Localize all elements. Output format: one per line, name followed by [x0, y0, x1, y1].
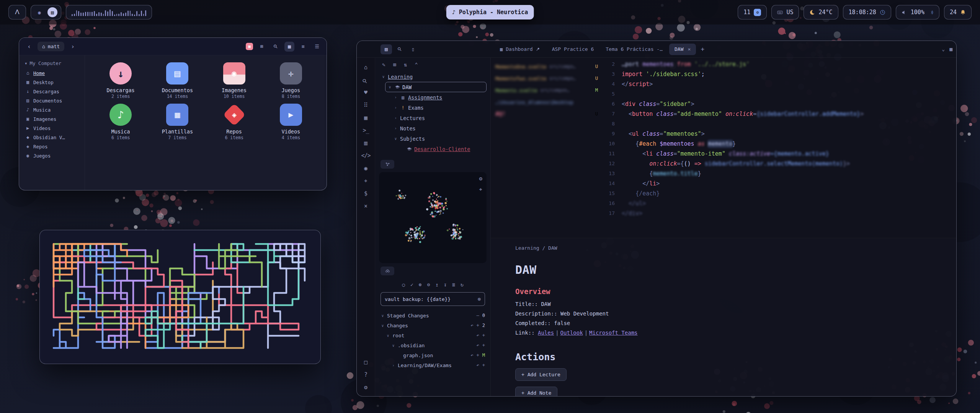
search-icon[interactable]: ⚲ — [361, 75, 371, 85]
sidebar-item-desktop[interactable]: ▦Desktop — [22, 78, 82, 87]
git-row-graph-json[interactable]: graph.json↶+M — [381, 350, 485, 360]
workspace-2-button[interactable]: ▤ — [47, 7, 57, 17]
discard-icon[interactable]: ↶ — [477, 333, 479, 338]
sidebar-header[interactable]: ▾ My Computer — [22, 59, 82, 68]
sidebar-item-juegos[interactable]: ◉Juegos — [22, 151, 82, 160]
check-icon[interactable]: ✓ — [410, 282, 413, 288]
breadcrumb[interactable]: ⌂ matt — [38, 42, 64, 51]
target-icon[interactable]: ⌖ — [362, 177, 370, 184]
layout-toggle-icon[interactable]: ▦ — [949, 46, 952, 52]
git-row-staged-changes[interactable]: ∨Staged Changes—0 — [381, 311, 485, 320]
link-microsoft-teams[interactable]: Microsoft Teams — [589, 330, 637, 336]
obsidian-titlebar[interactable]: ▤⚲▯ ▦DashboardASP Practice 6Tema 6 Práct… — [357, 41, 956, 58]
discard-icon[interactable]: ↶ — [477, 363, 479, 368]
tree-item-exams[interactable]: ›!Exams — [391, 102, 487, 113]
graph-view[interactable]: ⚙ ⌖ — [379, 172, 487, 263]
back-button[interactable]: ‹ — [24, 41, 34, 52]
tree-item-assignments[interactable]: ›▥Assignments — [391, 92, 487, 102]
file-manager-titlebar[interactable]: ‹ ⌂ matt › ▣ ⊞ ⚲ ▦ ≡ ☰ — [19, 38, 327, 55]
discard-icon[interactable]: ↶ — [477, 343, 479, 348]
sort-icon[interactable]: ⇅ — [404, 62, 407, 68]
keyboard-layout-module[interactable]: US — [771, 5, 799, 20]
heart-icon[interactable]: ♥ — [362, 89, 370, 96]
folder-tile-juegos[interactable]: ✛Juegos8 items — [264, 62, 318, 99]
list-view-button[interactable]: ≡ — [298, 42, 308, 52]
sidebar-tab-bookmark-icon[interactable]: ▯ — [407, 44, 419, 54]
book-icon[interactable]: ▥ — [362, 140, 370, 146]
note-breadcrumb[interactable]: Learning / DAW — [515, 245, 932, 251]
backlinks-pane-button[interactable] — [381, 267, 394, 275]
tab-close-icon[interactable]: × — [688, 46, 691, 52]
git-row-root[interactable]: ∨root↶+ — [381, 330, 485, 340]
push-icon[interactable]: ↥ — [436, 282, 439, 288]
workspace-1-button[interactable]: ◉ — [34, 7, 44, 17]
discard-icon[interactable]: ↶ — [470, 353, 473, 358]
stage-icon[interactable]: + — [482, 333, 485, 338]
action-button-add-lecture[interactable]: + Add Lecture — [515, 368, 567, 381]
graph-pane-button[interactable] — [381, 160, 394, 169]
tab-tema-6-pr-cticas[interactable]: Tema 6 Prácticas -… — [600, 44, 668, 55]
tree-item-desarrollo-cliente[interactable]: Desarrollo-Cliente — [397, 144, 487, 154]
folder-tile-plantillas[interactable]: ▦Plantillas7 items — [150, 104, 204, 140]
code-icon[interactable]: </> — [362, 152, 370, 159]
stage-icon[interactable]: + — [482, 363, 485, 368]
new-tab-button[interactable]: + — [697, 44, 708, 55]
menu-button[interactable]: ☰ — [312, 42, 322, 52]
folder-tile-musica[interactable]: ♪Musica6 items — [93, 104, 148, 140]
sidebar-item-imagenes[interactable]: ▣Imagenes — [22, 114, 82, 124]
tab-asp-practice-6[interactable]: ASP Practice 6 — [547, 44, 599, 55]
notifications-module[interactable]: 24 — [944, 5, 972, 20]
search-button[interactable]: ⚲ — [271, 42, 281, 52]
open-file-mementotwo-svelte[interactable]: MementoTwo.sveltesrc/compo…U — [495, 73, 598, 83]
stage-icon[interactable]: + — [482, 343, 485, 348]
sidebar-item-musica[interactable]: ♪Musica — [22, 105, 82, 114]
clear-message-icon[interactable]: ⊗ — [478, 296, 481, 302]
stage-icon[interactable]: + — [477, 353, 479, 358]
folder-tile-repos[interactable]: ◈Repos6 items — [207, 104, 261, 140]
tree-item-daw[interactable]: ∨DAW — [385, 82, 487, 92]
terminal-icon[interactable]: >_ — [362, 127, 370, 134]
weather-module[interactable]: 24°C — [804, 5, 838, 20]
home-icon[interactable]: ⌂ — [362, 64, 370, 71]
tree-item-learning[interactable]: ∨Learning — [379, 72, 487, 82]
link-outlook[interactable]: Outlook — [560, 330, 583, 336]
tree-item-notes[interactable]: ›Notes — [391, 123, 487, 133]
open-file-usuarios-alumnos-desktop[interactable]: …\Usuarios_Alumnos\Desktop — [495, 97, 598, 107]
launcher-button[interactable]: Λ — [8, 5, 26, 20]
camera-icon[interactable]: ◉ — [362, 165, 370, 172]
collapse-icon[interactable]: ⌃ — [415, 62, 418, 68]
new-note-icon[interactable]: ✎ — [382, 62, 385, 68]
action-button-add-note[interactable]: + Add Note — [515, 387, 557, 396]
open-file-[interactable]: #@!U — [495, 109, 598, 119]
sidebar-item-videos[interactable]: ▶Videos — [22, 124, 82, 133]
open-file-memento-svelte[interactable]: Memento.sveltesrc/compon…M — [495, 85, 598, 95]
pipes-terminal-window[interactable] — [39, 230, 321, 364]
tab-dashboard[interactable]: ▦Dashboard — [495, 44, 546, 55]
tab-list-chevron-icon[interactable]: ⌄ — [942, 46, 945, 52]
grid-view-button[interactable]: ▦ — [284, 42, 294, 52]
folder-tile-documentos[interactable]: ▤Documentos14 items — [150, 62, 204, 99]
clock-module[interactable]: 18:08:28 — [843, 5, 891, 20]
minus-icon[interactable]: ⊖ — [427, 282, 430, 288]
settings-gear-icon[interactable]: ⚙ — [362, 384, 370, 391]
sidebar-item-repos[interactable]: ◈Repos — [22, 142, 82, 151]
stage-icon[interactable]: + — [477, 323, 479, 328]
folder-tile-imagenes[interactable]: ◉Imagenes10 items — [207, 62, 261, 99]
folder-tile-descargas[interactable]: ↓Descargas2 items — [93, 62, 148, 99]
new-folder-button[interactable]: ⊞ — [257, 42, 267, 52]
vault-icon[interactable]: □ — [362, 359, 370, 366]
pull-icon[interactable]: ↧ — [444, 282, 447, 288]
sidebar-item-documentos[interactable]: ▤Documentos — [22, 96, 82, 105]
list-icon[interactable]: ≣ — [452, 282, 455, 288]
commit-message-input[interactable] — [385, 296, 475, 302]
graph-filter-icon[interactable]: ⌖ — [479, 186, 482, 193]
git-row-learning-daw-exams[interactable]: ›Learning/DAW/Exams↶+ — [381, 360, 485, 370]
plus-icon[interactable]: ⊕ — [419, 282, 422, 288]
sidebar-item-descargas[interactable]: ↓Descargas — [22, 87, 82, 96]
git-row-obsidian[interactable]: ∨.obsidian↶+ — [381, 340, 485, 350]
close-x-icon[interactable]: × — [362, 203, 370, 210]
forward-button[interactable]: › — [67, 41, 78, 52]
dots-grid-icon[interactable]: ⠿ — [362, 102, 370, 109]
sidebar-item-home[interactable]: ⌂Home — [22, 68, 82, 78]
dollar-icon[interactable]: $ — [362, 190, 370, 197]
